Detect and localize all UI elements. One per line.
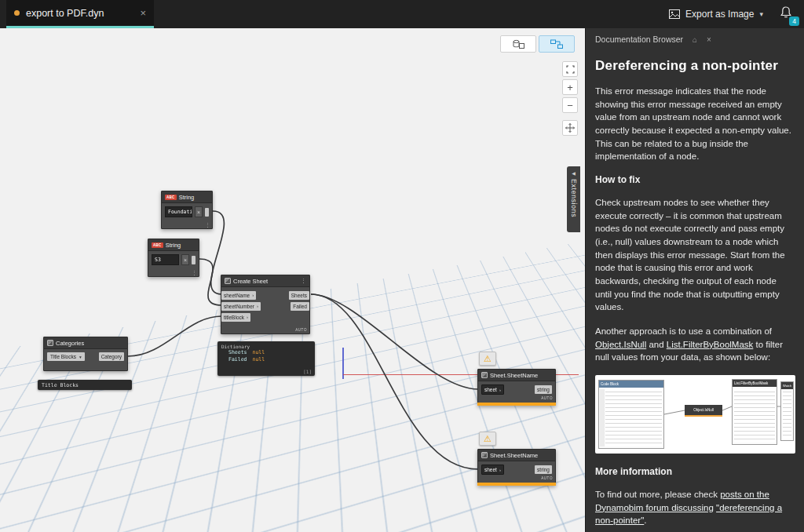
output-port-category[interactable]: Category <box>99 352 124 361</box>
pan-icon <box>565 123 575 133</box>
node-title-bar[interactable]: Categories <box>44 337 127 349</box>
figure-object-isnull-node: Object.IsNull <box>685 405 722 417</box>
close-panel-icon[interactable]: × <box>707 35 711 44</box>
image-icon <box>669 9 680 19</box>
node-options-dots-icon[interactable]: ⋮ <box>205 222 210 228</box>
zoom-in-button[interactable]: + <box>562 79 578 95</box>
article-paragraph: This error message indicates that the no… <box>595 85 795 163</box>
node-icon <box>481 372 488 378</box>
clear-value-button[interactable]: × <box>181 254 189 265</box>
clear-value-button[interactable]: × <box>195 206 203 217</box>
home-icon[interactable]: ⌂ <box>693 35 697 44</box>
warning-icon: ⚠ <box>484 355 492 363</box>
dictionary-type-label: Dictionary <box>221 344 311 349</box>
categories-output-preview: Title Blocks <box>38 380 132 390</box>
article-paragraph: Another approach is to use a combination… <box>595 325 795 364</box>
output-port-sheets[interactable]: Sheets <box>289 291 309 300</box>
output-port[interactable] <box>205 208 209 217</box>
figure-code-lines <box>605 389 662 446</box>
zoom-fit-button[interactable] <box>562 61 578 77</box>
input-port-sheetName[interactable]: sheetName› <box>221 291 256 300</box>
node-title-text: String <box>179 194 195 201</box>
figure-watch-rows <box>783 391 791 439</box>
topbar-actions: Export as Image ▾ 4 <box>669 0 795 28</box>
output-port-failed[interactable]: Failed <box>291 302 309 311</box>
node-title-bar[interactable]: Sheet.SheetName <box>478 370 555 381</box>
docs-panel-title: Documentation Browser <box>595 35 683 44</box>
node-title-bar[interactable]: ABC String <box>148 239 199 251</box>
object-isnull-link[interactable]: Object.IsNull <box>595 340 646 349</box>
graph-view-icon <box>550 39 563 49</box>
minus-icon: − <box>567 100 573 111</box>
pan-button[interactable] <box>562 120 578 136</box>
chevron-right-icon: › <box>257 304 258 308</box>
output-port[interactable] <box>192 256 196 264</box>
dictionary-output-preview: Dictionary Sheetsnull Failednull [1] <box>217 341 315 376</box>
node-sheet-sheetname-top[interactable]: Sheet.SheetName sheet› string AUTO <box>477 369 556 406</box>
list-count-label: [1] <box>303 369 312 374</box>
input-port-sheetNumber[interactable]: sheetNumber› <box>221 302 261 311</box>
warning-badge[interactable]: ⚠ <box>479 352 496 366</box>
warning-state-bar <box>477 483 556 486</box>
node-icon <box>47 340 53 346</box>
lacing-label[interactable]: AUTO <box>541 396 553 400</box>
docs-panel-header: Documentation Browser ⌂ × <box>595 35 795 44</box>
node-icon <box>481 452 488 458</box>
output-port-string[interactable]: string <box>535 465 552 474</box>
top-bar: export to PDF.dyn × Export as Image ▾ 4 <box>0 0 804 28</box>
warning-badge[interactable]: ⚠ <box>479 432 496 446</box>
string-type-icon: ABC <box>165 195 177 200</box>
example-graph-image: Code Block Object.IsNull List.FilterByBo… <box>595 375 795 454</box>
category-dropdown[interactable]: Title Blocks ▾ <box>47 352 85 361</box>
node-sheet-sheetname-bottom[interactable]: Sheet.SheetName sheet› string AUTO <box>477 449 556 486</box>
zoom-out-button[interactable]: − <box>562 97 578 113</box>
node-categories[interactable]: Categories Title Blocks ▾ Category <box>43 337 128 371</box>
input-port-sheet[interactable]: sheet› <box>481 465 504 475</box>
how-to-fix-heading: How to fix <box>595 174 795 185</box>
warning-state-bar <box>477 403 556 406</box>
node-title-bar[interactable]: Create Sheet ⋮ <box>221 275 309 287</box>
graph-view-toggle-button[interactable] <box>539 35 575 53</box>
node-title-text: Sheet.SheetName <box>490 372 538 379</box>
output-port-string[interactable]: string <box>535 385 552 394</box>
node-title-text: String <box>166 242 181 249</box>
wire[interactable] <box>199 259 221 305</box>
view-toggle-toolbar <box>500 35 575 53</box>
node-title-text: Sheet.SheetName <box>490 452 538 459</box>
chevron-down-icon: ▾ <box>759 10 763 18</box>
lacing-label[interactable]: AUTO <box>541 476 553 480</box>
warning-icon: ⚠ <box>484 435 492 443</box>
extensions-tab-label: Extensions <box>570 179 578 217</box>
input-port-titleBlock[interactable]: titleBlock› <box>221 313 250 322</box>
node-create-sheet[interactable]: Create Sheet ⋮ sheetName› Sheets sheetNu… <box>221 275 310 334</box>
input-port-sheet[interactable]: sheet› <box>481 384 504 395</box>
lacing-label[interactable]: AUTO <box>295 328 307 332</box>
extensions-side-tab[interactable]: ◀ Extensions <box>567 166 580 232</box>
node-options-dots-icon[interactable]: ⋮ <box>301 278 306 284</box>
documentation-browser-panel[interactable]: Documentation Browser ⌂ × Dereferencing … <box>585 28 804 532</box>
figure-filter-node: List.FilterByBoolMask <box>732 379 777 445</box>
article-paragraph: To find out more, please check posts on … <box>595 488 795 527</box>
node-options-dots-icon[interactable]: ⋮ <box>192 270 197 275</box>
node-string-foundation[interactable]: ABC String Foundation × ⋮ <box>161 191 213 229</box>
tab-close-icon[interactable]: × <box>140 8 146 18</box>
figure-code-block-node: Code Block <box>598 380 664 449</box>
node-title-bar[interactable]: Sheet.SheetName <box>478 450 555 461</box>
node-string-s3[interactable]: ABC String S3 × ⋮ <box>148 239 199 277</box>
collapse-left-icon: ◀ <box>572 170 576 176</box>
article-title: Dereferencing a non-pointer <box>595 58 795 74</box>
node-title-bar[interactable]: ABC String <box>162 191 212 203</box>
notifications-button[interactable]: 4 <box>779 5 795 23</box>
string-value-input[interactable]: Foundation <box>165 206 192 217</box>
figure-watch-node: Watch <box>780 381 794 441</box>
plus-icon: + <box>567 82 573 93</box>
notification-count-badge: 4 <box>789 16 799 26</box>
export-as-image-button[interactable]: Export as Image ▾ <box>669 9 763 20</box>
graph-canvas[interactable]: ABC String Foundation × ⋮ ABC String S3 … <box>0 28 585 532</box>
dropdown-caret-icon: ▾ <box>79 355 82 359</box>
workspace-tab[interactable]: export to PDF.dyn × <box>6 0 154 28</box>
string-value-input[interactable]: S3 <box>152 254 179 265</box>
geometry-view-toggle-button[interactable] <box>500 35 536 53</box>
filterbyboolmask-link[interactable]: List.FilterByBoolMask <box>667 340 754 349</box>
chevron-right-icon: › <box>499 388 501 392</box>
